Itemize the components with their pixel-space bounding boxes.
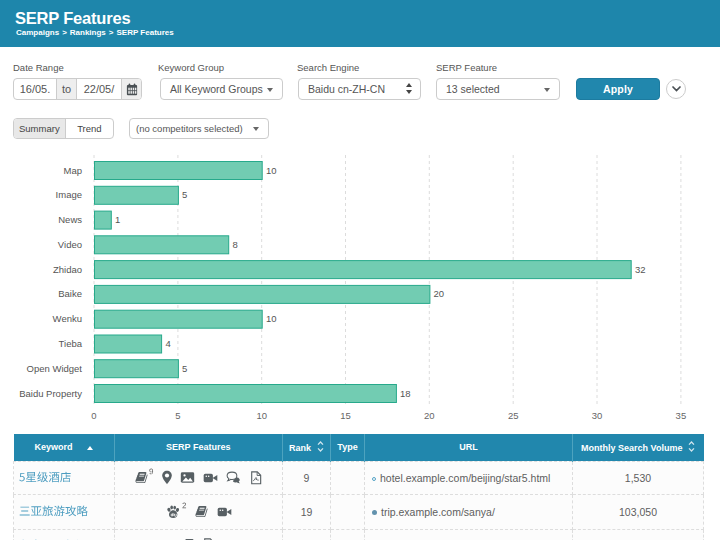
svg-text:5: 5 bbox=[175, 410, 180, 421]
svg-text:32: 32 bbox=[635, 264, 646, 275]
svg-text:5: 5 bbox=[182, 189, 187, 200]
svg-text:15: 15 bbox=[340, 410, 351, 421]
svg-text:30: 30 bbox=[592, 410, 603, 421]
svg-text:Open Widget: Open Widget bbox=[27, 363, 83, 374]
svg-text:News: News bbox=[58, 214, 82, 225]
svg-text:18: 18 bbox=[400, 388, 411, 399]
svg-text:Baidu Property: Baidu Property bbox=[19, 388, 82, 399]
svg-text:Tieba: Tieba bbox=[59, 338, 83, 349]
svg-text:1: 1 bbox=[115, 214, 120, 225]
svg-text:8: 8 bbox=[233, 239, 238, 250]
svg-text:Baike: Baike bbox=[58, 288, 82, 299]
svg-text:5: 5 bbox=[182, 363, 187, 374]
svg-text:20: 20 bbox=[434, 288, 445, 299]
svg-text:10: 10 bbox=[266, 313, 277, 324]
svg-text:0: 0 bbox=[91, 410, 96, 421]
svg-text:Image: Image bbox=[56, 189, 82, 200]
svg-text:20: 20 bbox=[424, 410, 435, 421]
svg-text:35: 35 bbox=[676, 410, 687, 421]
svg-text:10: 10 bbox=[266, 165, 277, 176]
svg-text:Video: Video bbox=[58, 239, 82, 250]
svg-text:10: 10 bbox=[256, 410, 267, 421]
svg-text:Zhidao: Zhidao bbox=[53, 264, 82, 275]
svg-text:Map: Map bbox=[64, 165, 82, 176]
svg-text:25: 25 bbox=[508, 410, 519, 421]
svg-text:Wenku: Wenku bbox=[53, 313, 82, 324]
svg-text:4: 4 bbox=[166, 338, 171, 349]
